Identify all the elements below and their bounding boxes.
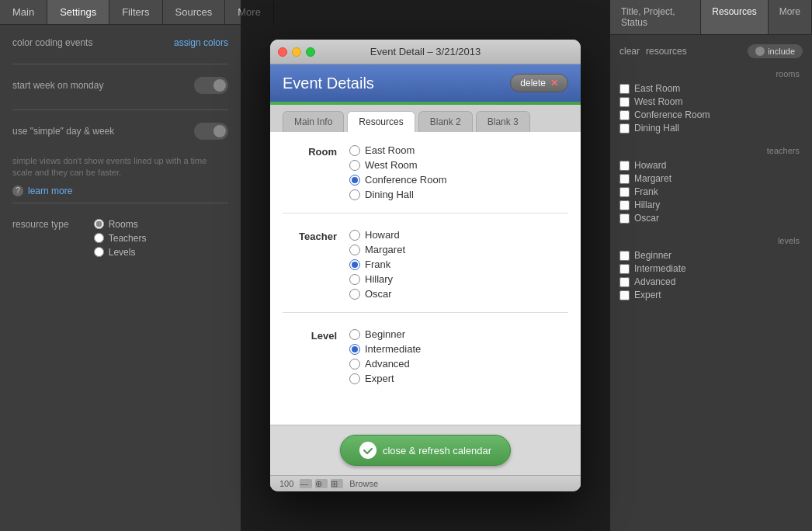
teacher-label: Teacher xyxy=(283,229,337,242)
room-dining[interactable]: Dining Hall xyxy=(349,189,447,200)
tab-main-info[interactable]: Main Info xyxy=(283,111,344,132)
zoom-level: 100 xyxy=(279,479,293,488)
teacher-margaret-label: Margaret xyxy=(365,244,405,255)
teacher-oscar-radio[interactable] xyxy=(349,289,360,300)
oscar-checkbox[interactable] xyxy=(619,213,630,224)
resources-label: resources xyxy=(646,46,687,57)
dining-hall-checkbox[interactable] xyxy=(619,123,630,134)
room-east[interactable]: East Room xyxy=(349,144,447,156)
teacher-hillary-label: Hillary xyxy=(365,273,393,285)
include-button[interactable]: include xyxy=(748,44,803,58)
conference-room-checkbox[interactable] xyxy=(619,110,630,120)
filter-beginner[interactable]: Beginner xyxy=(619,250,803,261)
start-week-toggle[interactable]: ✕ xyxy=(194,77,228,94)
filter-hillary[interactable]: Hillary xyxy=(619,200,803,210)
tab-blank-3[interactable]: Blank 3 xyxy=(476,111,530,132)
modal-window: Event Detail – 3/21/2013 Event Details d… xyxy=(270,40,581,491)
resource-type-label: resource type xyxy=(12,219,69,230)
resource-rooms[interactable]: Rooms xyxy=(94,219,147,230)
teacher-oscar[interactable]: Oscar xyxy=(349,288,405,300)
room-west[interactable]: West Room xyxy=(349,159,447,171)
east-room-checkbox[interactable] xyxy=(619,84,630,94)
assign-colors-button[interactable]: assign colors xyxy=(174,37,228,48)
room-east-radio[interactable] xyxy=(349,145,360,156)
level-beginner-radio[interactable] xyxy=(349,329,360,340)
west-room-checkbox[interactable] xyxy=(619,97,630,107)
sidebar-item-main[interactable]: Main xyxy=(0,0,47,24)
tab-blank-2[interactable]: Blank 2 xyxy=(418,111,473,132)
help-icon[interactable]: ? xyxy=(12,186,23,196)
teacher-howard[interactable]: Howard xyxy=(349,229,405,241)
teacher-margaret-radio[interactable] xyxy=(349,245,360,255)
intermediate-checkbox[interactable] xyxy=(619,264,630,274)
level-beginner-label: Beginner xyxy=(365,328,405,340)
filter-intermediate[interactable]: Intermediate xyxy=(619,263,803,274)
filter-expert[interactable]: Expert xyxy=(619,290,803,300)
howard-checkbox[interactable] xyxy=(619,161,630,171)
sidebar-item-filters[interactable]: Filters xyxy=(109,0,162,24)
levels-filter-items: Beginner Intermediate Advanced Expert xyxy=(619,250,803,300)
beginner-checkbox[interactable] xyxy=(619,251,630,261)
level-advanced-radio[interactable] xyxy=(349,359,360,370)
teacher-howard-radio[interactable] xyxy=(349,230,360,241)
right-nav-resources[interactable]: Resources xyxy=(701,0,768,34)
teacher-frank[interactable]: Frank xyxy=(349,259,405,270)
level-intermediate-radio[interactable] xyxy=(349,344,360,355)
sidebar: Main Settings Filters Sources More color… xyxy=(0,0,241,531)
frank-checkbox[interactable] xyxy=(619,187,630,197)
advanced-checkbox[interactable] xyxy=(619,277,630,287)
clear-button[interactable]: clear xyxy=(619,46,640,57)
window-maximize-button[interactable] xyxy=(306,47,315,57)
level-beginner[interactable]: Beginner xyxy=(349,328,421,340)
teacher-margaret[interactable]: Margaret xyxy=(349,244,405,255)
right-nav-title-project[interactable]: Title, Project, Status xyxy=(610,0,701,34)
hillary-checkbox[interactable] xyxy=(619,200,630,210)
teacher-hillary[interactable]: Hillary xyxy=(349,273,405,285)
room-conference[interactable]: Conference Room xyxy=(349,174,447,186)
filter-conference-room[interactable]: Conference Room xyxy=(619,109,803,120)
expert-checkbox[interactable] xyxy=(619,290,630,300)
toggle-knob-2 xyxy=(213,125,226,137)
level-expert[interactable]: Expert xyxy=(349,373,421,384)
room-west-radio[interactable] xyxy=(349,160,360,171)
teacher-frank-radio[interactable] xyxy=(349,259,360,270)
window-minimize-button[interactable] xyxy=(292,47,301,57)
statusbar-btn-2[interactable]: ⊕ xyxy=(315,479,328,488)
resource-levels-radio[interactable] xyxy=(94,247,104,257)
room-options: East Room West Room Conference Room xyxy=(349,144,447,200)
filter-advanced[interactable]: Advanced xyxy=(619,276,803,287)
simple-views-row: use "simple" day & week ✕ xyxy=(12,123,228,140)
sidebar-item-sources[interactable]: Sources xyxy=(163,0,226,24)
right-nav-more[interactable]: More xyxy=(769,0,812,34)
resource-teachers-radio[interactable] xyxy=(94,233,104,243)
learn-more-link[interactable]: learn more xyxy=(28,186,72,196)
sidebar-item-settings[interactable]: Settings xyxy=(47,0,109,24)
statusbar-btn-3[interactable]: ⊞ xyxy=(331,479,343,488)
filter-dining-hall[interactable]: Dining Hall xyxy=(619,123,803,134)
window-close-button[interactable] xyxy=(278,47,287,57)
level-expert-radio[interactable] xyxy=(349,373,360,384)
teacher-hillary-radio[interactable] xyxy=(349,274,360,285)
filter-howard[interactable]: Howard xyxy=(619,160,803,171)
resource-levels[interactable]: Levels xyxy=(94,247,147,258)
margaret-checkbox[interactable] xyxy=(619,174,630,184)
filter-margaret[interactable]: Margaret xyxy=(619,173,803,184)
room-dining-radio[interactable] xyxy=(349,189,360,200)
filter-west-room[interactable]: West Room xyxy=(619,96,803,107)
resource-teachers[interactable]: Teachers xyxy=(94,233,147,244)
rooms-filter-section: rooms East Room West Room Conference Roo… xyxy=(619,69,803,134)
level-intermediate[interactable]: Intermediate xyxy=(349,343,421,355)
tab-resources[interactable]: Resources xyxy=(347,111,415,132)
level-advanced[interactable]: Advanced xyxy=(349,358,421,370)
statusbar-btn-1[interactable]: — xyxy=(300,479,312,488)
close-refresh-button[interactable]: close & refresh calendar xyxy=(340,435,511,466)
simple-views-toggle[interactable]: ✕ xyxy=(194,123,228,140)
room-conference-radio[interactable] xyxy=(349,175,360,186)
delete-button[interactable]: delete ✕ xyxy=(510,74,568,92)
resource-rooms-radio[interactable] xyxy=(94,219,104,229)
filter-east-room[interactable]: East Room xyxy=(619,83,803,94)
modal-footer: close & refresh calendar xyxy=(270,425,581,475)
filter-oscar[interactable]: Oscar xyxy=(619,213,803,224)
color-coding-label: color coding events xyxy=(12,37,174,48)
filter-frank[interactable]: Frank xyxy=(619,186,803,197)
